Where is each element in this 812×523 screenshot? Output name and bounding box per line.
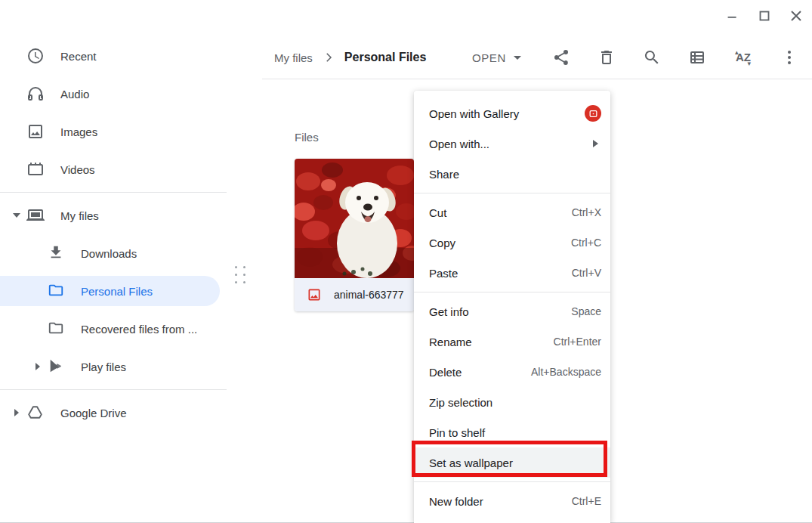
- breadcrumb-current: Personal Files: [344, 51, 427, 64]
- laptop-icon: [26, 206, 45, 224]
- sidebar-divider: [0, 192, 227, 193]
- sidebar-item-videos[interactable]: Videos: [0, 150, 227, 188]
- toolbar: My files Personal Files OPEN ▴A: [262, 36, 812, 79]
- sidebar-item-recovered-files[interactable]: Recovered files from ...: [0, 310, 227, 348]
- minimize-button[interactable]: [723, 6, 743, 26]
- file-name: animal-663777: [334, 289, 404, 301]
- sidebar-item-label: Downloads: [81, 247, 137, 260]
- file-label-bar: animal-663777: [295, 278, 414, 311]
- file-item-animal[interactable]: animal-663777: [295, 159, 414, 311]
- sidebar-item-my-files[interactable]: My files: [0, 197, 227, 234]
- menu-shortcut: Ctrl+V: [572, 267, 601, 279]
- menu-shortcut: Ctrl+C: [571, 237, 601, 249]
- sidebar-item-downloads[interactable]: Downloads: [0, 234, 227, 272]
- breadcrumb-parent[interactable]: My files: [274, 51, 313, 64]
- menu-divider: [414, 193, 610, 193]
- chevron-down-icon: [514, 56, 521, 60]
- menu-divider: [414, 481, 610, 482]
- menu-shortcut: Space: [571, 305, 601, 317]
- menu-item-label: Cut: [429, 206, 446, 219]
- sidebar: Recent Audio Images Videos: [0, 37, 227, 432]
- menu-item-zip-selection[interactable]: Zip selection: [414, 387, 610, 417]
- submenu-arrow-icon: [593, 140, 598, 147]
- chevron-down-icon[interactable]: [9, 208, 24, 223]
- close-button[interactable]: [786, 6, 806, 26]
- menu-item-label: New folder: [429, 495, 483, 508]
- context-menu: Open with Gallery Open with... Share Cut…: [414, 91, 610, 523]
- menu-item-copy[interactable]: Copy Ctrl+C: [414, 227, 610, 258]
- menu-item-open-with-gallery[interactable]: Open with Gallery: [414, 98, 610, 128]
- sidebar-item-label: Images: [60, 125, 97, 138]
- sidebar-item-play-files[interactable]: Play files: [0, 348, 227, 385]
- menu-item-label: Set as wallpaper: [429, 456, 513, 469]
- image-icon: [26, 122, 45, 141]
- files-section-label: Files: [295, 131, 319, 144]
- menu-item-new-folder[interactable]: New folder Ctrl+E: [414, 486, 610, 516]
- menu-item-label: Paste: [429, 267, 458, 280]
- menu-item-label: Zip selection: [429, 396, 492, 409]
- sort-name-icon[interactable]: ▴AZ▾: [733, 48, 753, 67]
- menu-item-pin-to-shelf[interactable]: Pin to shelf: [414, 417, 610, 447]
- sidebar-item-label: Personal Files: [81, 285, 153, 298]
- menu-shortcut: Alt+Backspace: [531, 366, 601, 378]
- menu-shortcut: Ctrl+X: [572, 206, 601, 218]
- table-view-icon[interactable]: [688, 48, 706, 67]
- window-controls: [723, 6, 806, 26]
- menu-item-label: Open with Gallery: [429, 107, 519, 120]
- share-icon[interactable]: [552, 48, 570, 67]
- toolbar-actions: ▴AZ▾: [552, 48, 798, 67]
- menu-item-open-with[interactable]: Open with...: [414, 128, 610, 159]
- menu-item-rename[interactable]: Rename Ctrl+Enter: [414, 326, 610, 357]
- sidebar-divider: [0, 389, 227, 390]
- dog: [337, 182, 399, 278]
- menu-item-label: Rename: [429, 336, 472, 348]
- video-icon: [26, 160, 45, 178]
- chevron-right-icon[interactable]: [30, 359, 45, 374]
- sidebar-item-audio[interactable]: Audio: [0, 75, 227, 113]
- sidebar-item-label: Play files: [81, 361, 126, 373]
- trash-icon[interactable]: [597, 48, 616, 67]
- menu-shortcut: Ctrl+Enter: [554, 336, 601, 348]
- maximize-button[interactable]: [755, 6, 774, 26]
- play-icon: [48, 357, 66, 376]
- more-vert-icon[interactable]: [780, 48, 798, 67]
- sidebar-item-label: Google Drive: [60, 407, 127, 419]
- menu-item-share[interactable]: Share: [414, 159, 610, 189]
- sidebar-item-label: Recent: [60, 50, 97, 63]
- folder-icon: [48, 320, 66, 338]
- sidebar-item-images[interactable]: Images: [0, 113, 227, 150]
- menu-item-delete[interactable]: Delete Alt+Backspace: [414, 357, 610, 387]
- clock-icon: [26, 47, 45, 65]
- sidebar-item-recent[interactable]: Recent: [0, 37, 227, 75]
- gallery-app-icon: [585, 105, 601, 122]
- file-thumbnail-dog-in-red-flowers: [295, 159, 414, 278]
- menu-item-label: Delete: [429, 366, 462, 379]
- sidebar-resize-handle[interactable]: [235, 266, 247, 286]
- chevron-right-icon[interactable]: [9, 405, 24, 420]
- chevron-right-icon: [322, 51, 335, 64]
- sort-down-arrow: ▾: [747, 54, 751, 73]
- sidebar-item-label: Recovered files from ...: [81, 323, 197, 336]
- search-icon[interactable]: [643, 48, 661, 67]
- sidebar-item-label: Videos: [60, 163, 95, 176]
- sidebar-item-label: Audio: [60, 88, 89, 101]
- sidebar-item-personal-files[interactable]: Personal Files: [0, 272, 227, 310]
- menu-item-set-as-wallpaper[interactable]: Set as wallpaper: [414, 447, 610, 478]
- sidebar-item-google-drive[interactable]: Google Drive: [0, 394, 227, 432]
- open-button[interactable]: OPEN: [466, 46, 527, 69]
- menu-item-cut[interactable]: Cut Ctrl+X: [414, 197, 610, 227]
- menu-shortcut: Ctrl+E: [572, 495, 601, 507]
- menu-divider: [414, 292, 610, 292]
- menu-item-get-info[interactable]: Get info Space: [414, 296, 610, 326]
- menu-item-paste[interactable]: Paste Ctrl+V: [414, 258, 610, 288]
- menu-item-label: Share: [429, 168, 459, 181]
- drive-icon: [26, 404, 45, 422]
- sort-up-arrow: ▴: [735, 43, 739, 61]
- menu-item-label: Open with...: [429, 138, 489, 150]
- breadcrumb: My files Personal Files: [274, 36, 426, 79]
- sidebar-item-label: My files: [60, 209, 99, 222]
- files-app-window: Recent Audio Images Videos: [0, 0, 812, 523]
- open-button-label: OPEN: [472, 51, 506, 64]
- image-file-icon: [307, 287, 322, 302]
- headphones-icon: [26, 85, 45, 103]
